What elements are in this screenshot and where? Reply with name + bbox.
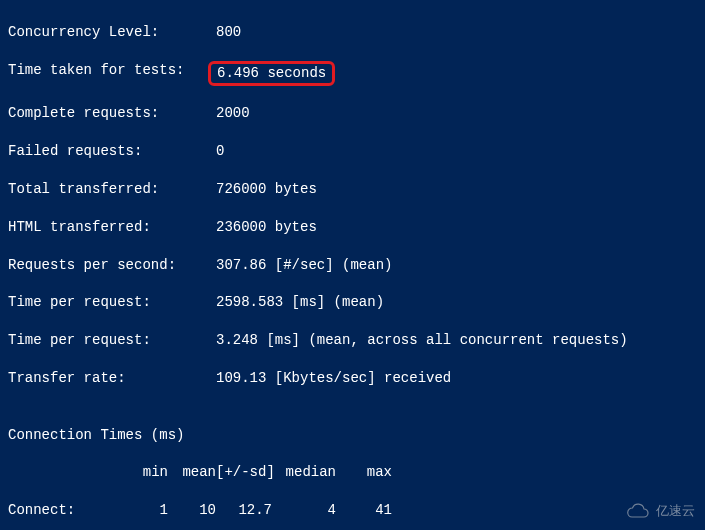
connection-times-header: minmean[+/-sd]medianmax [8, 463, 697, 482]
value: 2598.583 [ms] (mean) [216, 293, 384, 312]
label: HTML transferred: [8, 218, 216, 237]
col-median: median [272, 463, 336, 482]
row-requests-per-second: Requests per second:307.86 [#/sec] (mean… [8, 256, 697, 275]
row-time-taken: Time taken for tests:6.496 seconds [8, 61, 697, 86]
row-transfer-rate: Transfer rate:109.13 [Kbytes/sec] receiv… [8, 369, 697, 388]
cell: 41 [336, 501, 392, 520]
spacer [8, 463, 120, 482]
row-complete-requests: Complete requests:2000 [8, 104, 697, 123]
label: Time taken for tests: [8, 61, 216, 86]
value: 2000 [216, 104, 250, 123]
row-failed-requests: Failed requests:0 [8, 142, 697, 161]
value: 109.13 [Kbytes/sec] received [216, 369, 451, 388]
row-time-per-request-all: Time per request:3.248 [ms] (mean, acros… [8, 331, 697, 350]
cell: 12.7 [216, 501, 272, 520]
row-time-per-request: Time per request:2598.583 [ms] (mean) [8, 293, 697, 312]
watermark-text: 亿速云 [656, 502, 695, 520]
value: 726000 bytes [216, 180, 317, 199]
label: Requests per second: [8, 256, 216, 275]
cell: 10 [168, 501, 216, 520]
value: 0 [216, 142, 224, 161]
row-total-transferred: Total transferred:726000 bytes [8, 180, 697, 199]
row-concurrency-level: Concurrency Level:800 [8, 23, 697, 42]
col-min: min [120, 463, 168, 482]
value: 236000 bytes [216, 218, 317, 237]
row-label: Connect: [8, 501, 120, 520]
value: 6.496 seconds [217, 64, 326, 83]
label: Failed requests: [8, 142, 216, 161]
col-sd: [+/-sd] [216, 463, 272, 482]
value: 307.86 [#/sec] (mean) [216, 256, 392, 275]
col-max: max [336, 463, 392, 482]
highlight-time-taken: 6.496 seconds [208, 61, 335, 86]
col-mean: mean [168, 463, 216, 482]
value: 3.248 [ms] (mean, across all concurrent … [216, 331, 628, 350]
label: Total transferred: [8, 180, 216, 199]
cell: 4 [272, 501, 336, 520]
table-row: Connect:11012.7441 [8, 501, 697, 520]
label: Concurrency Level: [8, 23, 216, 42]
cloud-icon [624, 502, 652, 520]
watermark: 亿速云 [624, 502, 695, 520]
label: Time per request: [8, 331, 216, 350]
cell: 1 [120, 501, 168, 520]
label: Complete requests: [8, 104, 216, 123]
terminal-output: Concurrency Level:800 Time taken for tes… [0, 0, 705, 530]
row-html-transferred: HTML transferred:236000 bytes [8, 218, 697, 237]
label: Time per request: [8, 293, 216, 312]
value: 800 [216, 23, 241, 42]
connection-times-title: Connection Times (ms) [8, 426, 697, 445]
label: Transfer rate: [8, 369, 216, 388]
